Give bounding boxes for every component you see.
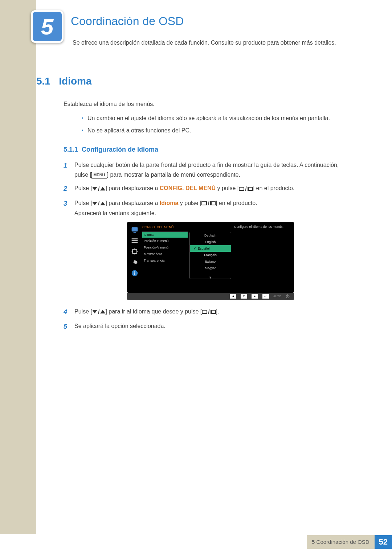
section-number: 5.1 xyxy=(36,75,50,87)
highlight-text: Idioma xyxy=(160,200,179,206)
page-footer: 5 Coordinación de OSD 52 xyxy=(307,535,392,549)
check-icon: ✔ xyxy=(193,247,196,250)
step-1: 1 Pulse cualquier botón de la parte fron… xyxy=(64,160,343,180)
step-list-cont: 4 Pulse [/] para ir al idioma que desee … xyxy=(64,307,343,332)
step-text-part: Aparecerá la ventana siguiente. xyxy=(74,210,156,216)
step-text-part: Pulse [ xyxy=(74,185,92,191)
section-description: Establezca el idioma de los menús. xyxy=(64,101,343,107)
osd-menu-column: CONFIG. DEL MENÚ Idioma Posición-H menú … xyxy=(142,222,188,293)
note-list: Un cambio en el ajuste del idioma sólo s… xyxy=(64,114,343,135)
step-5: 5 Se aplicará la opción seleccionada. xyxy=(64,321,343,332)
enter-icon: / xyxy=(239,184,253,194)
scroll-down-icon: ▼ xyxy=(209,276,212,279)
osd-language-dropdown: Deutsch English ✔Español Français Italia… xyxy=(189,232,231,279)
footer-chapter-label: 5 Coordinación de OSD xyxy=(307,535,374,549)
step-number: 5 xyxy=(64,321,74,332)
subsection-title: Configuración de Idioma xyxy=(82,146,158,153)
chapter-title: Coordinación de OSD xyxy=(71,15,184,28)
chapter-number-badge: 5 xyxy=(31,10,64,43)
footer-page-number: 52 xyxy=(375,535,392,549)
osd-menu-item: Posición-H menú xyxy=(142,238,188,244)
step-4: 4 Pulse [/] para ir al idioma que desee … xyxy=(64,307,343,318)
osd-lang-option: Deutsch xyxy=(190,232,231,239)
power-icon: ⏻ xyxy=(286,294,290,299)
step-2: 2 Pulse [/] para desplazarse a CONFIG. D… xyxy=(64,183,343,194)
osd-menu-item-selected: Idioma xyxy=(142,232,188,238)
step-text-part: ] para desplazarse a xyxy=(105,185,159,191)
svg-rect-0 xyxy=(132,227,138,231)
osd-sidebar-icons: i xyxy=(127,222,142,293)
down-button-icon: ▼ xyxy=(241,294,247,299)
osd-lang-option: English xyxy=(190,239,231,245)
step-text-part: y pulse [ xyxy=(178,200,201,206)
step-text-part: ] para ir al idioma que desee y pulse [ xyxy=(105,308,202,315)
svg-rect-2 xyxy=(132,238,138,239)
osd-menu-item: Transparencia xyxy=(142,257,188,264)
step-number: 4 xyxy=(64,307,74,318)
note-item: No se aplicará a otras funciones del PC. xyxy=(82,126,343,135)
down-up-icon: / xyxy=(92,184,105,194)
down-up-icon: / xyxy=(92,198,105,208)
step-list: 1 Pulse cualquier botón de la parte fron… xyxy=(64,160,343,218)
enter-icon: / xyxy=(201,198,215,208)
step-number: 3 xyxy=(64,198,74,218)
up-button-icon: ▲ xyxy=(252,294,258,299)
osd-menu-item: Posición-V menú xyxy=(142,244,188,251)
step-text-part: y pulse [ xyxy=(216,185,239,191)
step-number: 1 xyxy=(64,160,74,180)
section-heading: 5.1 Idioma xyxy=(36,75,92,87)
section-title: Idioma xyxy=(59,75,91,87)
enter-button-icon: ↵ xyxy=(262,294,269,299)
step-text-part: ] para mostrar la pantalla de menú corre… xyxy=(107,172,240,178)
auto-label: AUTO xyxy=(273,295,281,298)
enter-icon: / xyxy=(202,307,216,317)
osd-screenshot: i CONFIG. DEL MENÚ Idioma Posición-H men… xyxy=(127,222,294,300)
subsection-number: 5.1.1 xyxy=(64,146,78,153)
note-item: Un cambio en el ajuste del idioma sólo s… xyxy=(82,114,343,123)
chapter-header: 5 Coordinación de OSD xyxy=(31,10,184,43)
left-button-icon: ◄ xyxy=(230,294,236,299)
display-icon xyxy=(130,226,139,234)
osd-lang-label: Español xyxy=(198,247,210,250)
step-number: 2 xyxy=(64,183,74,194)
step-text-part: Se aplicará la opción seleccionada. xyxy=(74,321,343,332)
down-up-icon: / xyxy=(92,307,105,317)
osd-lang-option-selected: ✔Español xyxy=(190,245,231,252)
step-text-part: Pulse [ xyxy=(74,308,92,315)
step-text-part: ] en el producto. xyxy=(216,200,257,206)
info-icon: i xyxy=(130,269,139,277)
subsection-heading: 5.1.1 Configuración de Idioma xyxy=(64,146,343,153)
svg-rect-1 xyxy=(134,232,136,233)
gear-icon xyxy=(130,258,139,266)
step-text-part: ] en el producto. xyxy=(253,185,295,191)
size-icon xyxy=(130,247,139,255)
left-sidebar xyxy=(0,0,36,534)
step-3: 3 Pulse [/] para desplazarse a Idioma y … xyxy=(64,198,343,218)
svg-rect-5 xyxy=(132,249,137,254)
step-text-part: ] para desplazarse a xyxy=(105,200,159,206)
step-text-part: ]. xyxy=(216,308,219,315)
chapter-intro: Se ofrece una descripción detallada de c… xyxy=(73,38,341,47)
osd-menu-item: Mostrar hora xyxy=(142,251,188,257)
osd-lang-option: Français xyxy=(190,252,231,258)
step-text-part: Pulse [ xyxy=(74,200,92,206)
svg-rect-4 xyxy=(132,242,138,243)
highlight-text: CONFIG. DEL MENÚ xyxy=(160,185,216,191)
osd-help-text: Configure el idioma de los menús. xyxy=(231,222,294,293)
menu-button-label: MENU xyxy=(91,172,107,178)
osd-lang-option: Italiano xyxy=(190,258,231,265)
svg-rect-3 xyxy=(132,240,138,241)
osd-lang-option: Magyar xyxy=(190,265,231,271)
osd-menu-header: CONFIG. DEL MENÚ xyxy=(142,224,188,231)
osd-footer-bar: ◄ ▼ ▲ ↵ AUTO ⏻ xyxy=(127,293,294,300)
list-icon xyxy=(130,237,139,245)
